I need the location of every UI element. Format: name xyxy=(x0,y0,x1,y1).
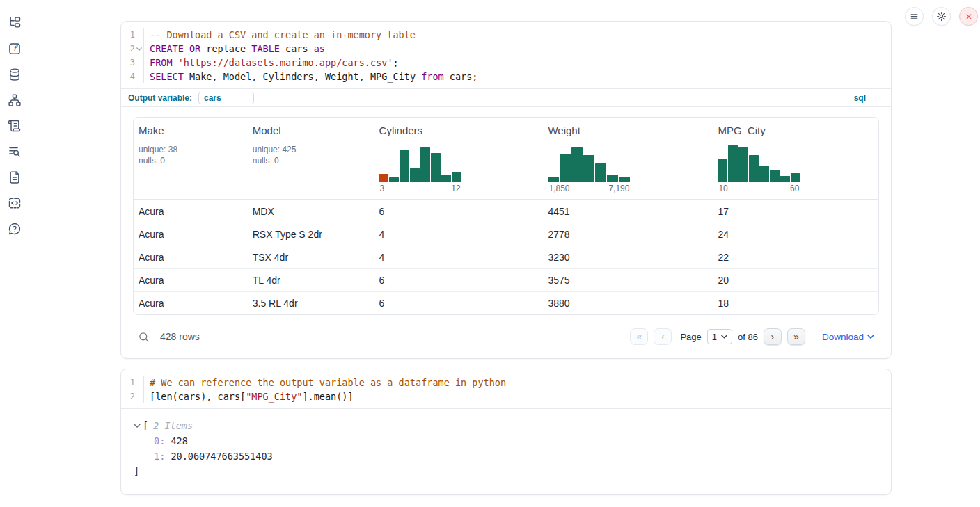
output-variable-label: Output variable: xyxy=(128,93,192,103)
page-of-label: of 86 xyxy=(738,332,758,342)
code-text: # We can reference the output variable a… xyxy=(144,376,506,389)
table-cell: Acura xyxy=(134,206,248,217)
column-header-weight[interactable]: Weight1,8507,190 xyxy=(543,118,713,199)
snippets-icon xyxy=(8,196,22,210)
histogram-bar[interactable] xyxy=(595,163,606,182)
histogram-bar[interactable] xyxy=(571,147,583,182)
column-name: Model xyxy=(253,124,370,136)
sidebar-item-help[interactable] xyxy=(7,221,22,236)
code-editor[interactable]: 1# We can reference the output variable … xyxy=(121,369,891,408)
histogram-bar[interactable] xyxy=(410,168,420,182)
row-count: 428 rows xyxy=(160,331,200,342)
help-icon xyxy=(8,222,22,236)
table-cell: 3.5 RL 4dr xyxy=(248,298,374,309)
data-table: Makeunique: 38nulls: 0Modelunique: 425nu… xyxy=(133,117,879,315)
table-cell: Acura xyxy=(134,298,248,309)
column-stats: unique: 425nulls: 0 xyxy=(253,144,370,166)
prev-page-button[interactable]: ‹ xyxy=(654,328,672,345)
code-text: [len(cars), cars["MPG_City"].mean()] xyxy=(144,389,354,403)
line-number: 1 xyxy=(121,28,135,42)
table-header-row: Makeunique: 38nulls: 0Modelunique: 425nu… xyxy=(134,118,878,200)
histogram-mpg_city: 1060 xyxy=(718,145,800,193)
fold-chevron-icon[interactable] xyxy=(135,47,143,51)
column-header-cylinders[interactable]: Cylinders312 xyxy=(374,118,544,199)
histogram-bar[interactable] xyxy=(791,173,800,182)
line-number-gutter: 4 xyxy=(121,70,144,83)
code-text: FROM 'https://datasets.marimo.app/cars.c… xyxy=(144,56,399,70)
line-number: 4 xyxy=(121,70,135,83)
histogram-bar[interactable] xyxy=(759,166,769,182)
histogram-bar[interactable] xyxy=(607,175,618,182)
collapse-chevron-icon[interactable] xyxy=(134,424,141,428)
search-icon[interactable] xyxy=(138,331,150,343)
line-number: 2 xyxy=(121,389,135,403)
histogram-bar[interactable] xyxy=(770,170,780,182)
sidebar-item-functions[interactable]: f xyxy=(7,41,22,56)
page-select-value: 1 xyxy=(712,332,717,342)
table-row[interactable]: Acura3.5 RL 4dr6388018 xyxy=(134,291,878,314)
download-button[interactable]: Download xyxy=(822,332,874,342)
line-number-gutter: 1 xyxy=(121,28,144,42)
histogram-bar[interactable] xyxy=(441,175,451,182)
settings-button[interactable] xyxy=(932,7,951,26)
histogram-bar[interactable] xyxy=(728,145,738,182)
code-line: 1-- Download a CSV and create an in-memo… xyxy=(121,28,891,42)
table-row[interactable]: AcuraMDX6445117 xyxy=(134,200,878,223)
database-icon xyxy=(8,67,22,81)
first-page-button[interactable]: « xyxy=(630,328,648,345)
item-value: 20.060747663551403 xyxy=(165,451,272,462)
close-button[interactable] xyxy=(959,7,978,26)
column-header-model[interactable]: Modelunique: 425nulls: 0 xyxy=(248,118,374,199)
histogram-axis: 1060 xyxy=(718,184,800,193)
histogram-bar[interactable] xyxy=(431,153,441,182)
column-name: MPG_City xyxy=(718,124,874,136)
page-select[interactable]: 1 xyxy=(707,329,732,344)
histogram-bar[interactable] xyxy=(560,154,571,182)
table-row[interactable]: AcuraTL 4dr6357520 xyxy=(134,268,878,291)
column-header-make[interactable]: Makeunique: 38nulls: 0 xyxy=(134,118,248,199)
histogram-bar[interactable] xyxy=(619,177,630,182)
histogram-bar[interactable] xyxy=(780,176,790,182)
last-page-button[interactable]: » xyxy=(787,328,805,345)
code-editor[interactable]: 1-- Download a CSV and create an in-memo… xyxy=(121,22,891,88)
functions-icon: f xyxy=(8,42,22,56)
table-cell: 6 xyxy=(374,206,544,217)
sidebar-item-dependency-graph[interactable] xyxy=(7,92,22,108)
histogram-bar[interactable] xyxy=(400,150,409,182)
histogram-bar[interactable] xyxy=(452,172,461,182)
table-row[interactable]: AcuraTSX 4dr4323022 xyxy=(134,246,878,268)
sidebar-item-logs[interactable] xyxy=(7,118,22,134)
menu-button[interactable] xyxy=(905,7,924,26)
histogram-bar[interactable] xyxy=(548,177,559,182)
table-cell: 3880 xyxy=(543,298,713,309)
sidebar-item-database[interactable] xyxy=(7,67,22,82)
column-header-mpg_city[interactable]: MPG_City1060 xyxy=(713,118,878,199)
axis-min-label: 3 xyxy=(380,184,385,193)
sidebar-item-documentation[interactable] xyxy=(7,170,22,185)
histogram-bar[interactable] xyxy=(718,159,727,182)
dependency-graph-icon xyxy=(8,93,22,107)
table-cell: 3230 xyxy=(543,252,713,263)
next-page-button[interactable]: › xyxy=(764,328,782,345)
line-number: 2 xyxy=(121,42,135,56)
table-output: Makeunique: 38nulls: 0Modelunique: 425nu… xyxy=(121,107,891,315)
histogram-bar[interactable] xyxy=(389,177,399,182)
line-number-gutter: 2 xyxy=(121,42,144,56)
column-name: Cylinders xyxy=(379,124,539,136)
sidebar-item-snippets[interactable] xyxy=(7,195,22,211)
histogram-bar[interactable] xyxy=(749,155,759,182)
table-cell: 17 xyxy=(713,206,878,217)
column-name: Weight xyxy=(548,124,708,136)
output-variable-input[interactable] xyxy=(198,92,254,104)
table-cell: 24 xyxy=(713,229,878,240)
settings-icon xyxy=(936,11,947,22)
histogram-bar[interactable] xyxy=(738,147,748,182)
sidebar-item-file-tree[interactable] xyxy=(7,15,22,31)
table-row[interactable]: AcuraRSX Type S 2dr4277824 xyxy=(134,223,878,246)
sidebar-item-search-list[interactable] xyxy=(7,144,22,159)
menu-icon xyxy=(910,12,919,21)
histogram-bar[interactable] xyxy=(583,155,594,182)
histogram-bar[interactable] xyxy=(420,147,430,182)
table-cell: 4451 xyxy=(543,206,713,217)
histogram-bar[interactable] xyxy=(379,174,389,182)
